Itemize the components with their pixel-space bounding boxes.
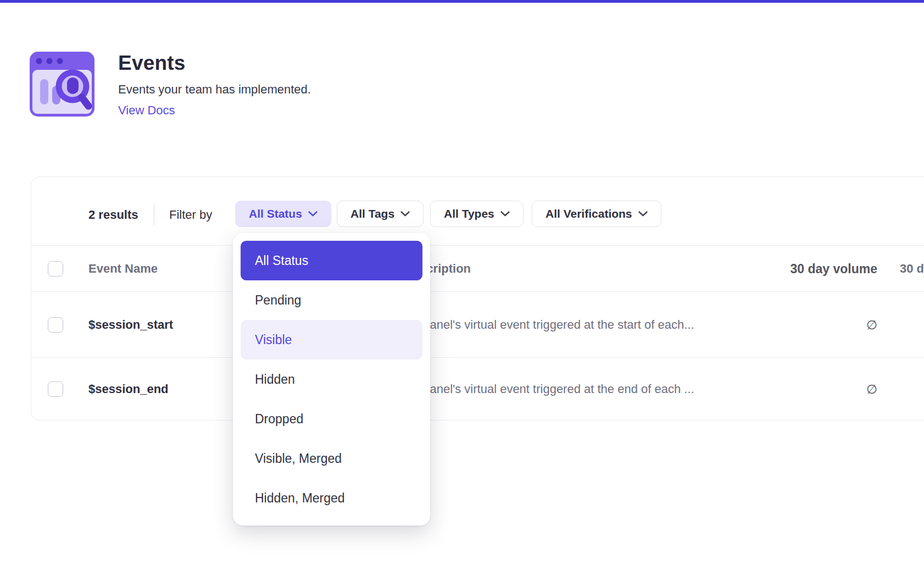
event-description: Mixpanel's virtual event triggered at th…: [404, 382, 756, 396]
menu-item-all-status[interactable]: All Status: [241, 241, 422, 280]
status-filter-label: All Status: [249, 207, 302, 220]
types-filter-dropdown[interactable]: All Types: [430, 201, 524, 227]
verifications-filter-dropdown[interactable]: All Verifications: [532, 201, 661, 227]
filter-by-label: Filter by: [169, 208, 212, 222]
menu-item-dropped[interactable]: Dropped: [241, 399, 422, 439]
event-30-day-volume: ∅: [715, 317, 877, 332]
column-header-event-name[interactable]: Event Name: [88, 262, 158, 276]
event-name[interactable]: $session_end: [88, 382, 169, 396]
status-dropdown-menu: All Status Pending Visible Hidden Droppe…: [233, 233, 430, 526]
menu-item-pending[interactable]: Pending: [241, 280, 422, 320]
verifications-filter-label: All Verifications: [546, 207, 632, 220]
menu-item-visible-merged[interactable]: Visible, Merged: [241, 439, 422, 478]
column-header-partial[interactable]: 30 d: [900, 262, 924, 276]
top-accent-bar: [0, 0, 924, 3]
tags-filter-dropdown[interactable]: All Tags: [337, 201, 424, 227]
filter-bar: 2 results Filter by All Status All Tags …: [31, 177, 924, 245]
row-checkbox[interactable]: [48, 382, 63, 397]
status-filter-dropdown[interactable]: All Status: [235, 201, 331, 227]
view-docs-link[interactable]: View Docs: [118, 103, 175, 117]
types-filter-label: All Types: [444, 207, 494, 220]
menu-item-hidden-merged[interactable]: Hidden, Merged: [241, 478, 422, 518]
table-row[interactable]: $session_end Mixpanel's virtual event tr…: [31, 358, 924, 421]
chevron-down-icon: [638, 211, 648, 217]
select-all-checkbox[interactable]: [48, 261, 63, 277]
events-app-icon: [30, 52, 94, 117]
column-header-description[interactable]: Description: [404, 262, 756, 276]
page-title: Events: [118, 52, 613, 75]
menu-item-hidden[interactable]: Hidden: [241, 360, 422, 399]
filter-divider: [154, 203, 154, 225]
table-row[interactable]: $session_start Mixpanel's virtual event …: [31, 292, 924, 358]
chevron-down-icon: [308, 211, 318, 217]
event-name[interactable]: $session_start: [88, 318, 173, 332]
table-header-row: Event Name Description 30 day volume 30 …: [31, 245, 924, 292]
chevron-down-icon: [400, 211, 410, 217]
results-count: 2 results: [88, 208, 138, 222]
menu-item-visible[interactable]: Visible: [241, 320, 422, 360]
event-30-day-volume: ∅: [715, 382, 877, 397]
column-header-30-day-volume[interactable]: 30 day volume: [715, 261, 877, 276]
tags-filter-label: All Tags: [350, 207, 394, 220]
events-card: 2 results Filter by All Status All Tags …: [31, 176, 924, 421]
page-subtitle: Events your team has implemented.: [118, 82, 613, 97]
chevron-down-icon: [500, 211, 510, 217]
row-checkbox[interactable]: [48, 317, 63, 333]
event-description: Mixpanel's virtual event triggered at th…: [404, 318, 756, 332]
